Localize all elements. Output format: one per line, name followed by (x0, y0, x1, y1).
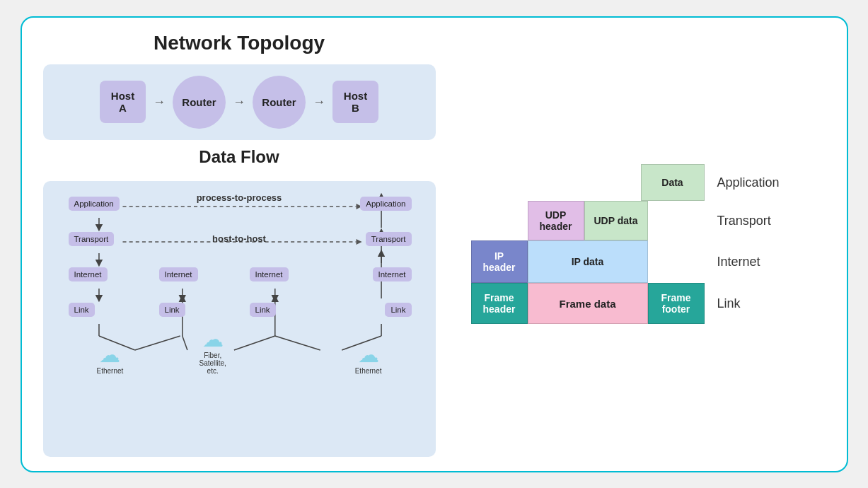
router-2: Router (253, 76, 306, 129)
transport-box-1: Transport (69, 232, 115, 246)
process-to-process-label: process-to-process (197, 192, 282, 203)
link-layer-row: Frame header Frame data Frame footer (471, 283, 705, 324)
arrow-2: → (233, 95, 245, 110)
svg-line-14 (182, 336, 187, 350)
internet-layer-row: IP header IP data (471, 240, 705, 283)
dataflow-box: process-to-process host-to-host Applicat… (43, 181, 436, 457)
router-1: Router (173, 76, 226, 129)
diagram-wrapper: Data UDP header UDP data IP header IP da… (471, 164, 792, 324)
spacer-2 (584, 164, 641, 201)
internet-label: Internet (705, 240, 792, 283)
cloud-fiber: ☁ Fiber, Satellite, etc. (199, 327, 226, 375)
frame-header-cell: Frame header (471, 283, 528, 324)
link-box-1: Link (69, 303, 95, 317)
layer-labels: Application Transport Internet Link (705, 164, 792, 324)
internet-box-3: Internet (250, 267, 289, 281)
svg-line-19 (274, 336, 320, 350)
app-box-1: Application (69, 197, 120, 211)
fiber-label: Fiber, Satellite, etc. (199, 352, 226, 375)
data-cell: Data (641, 164, 705, 201)
right-panel: Data UDP header UDP data IP header IP da… (457, 32, 826, 457)
cloud-ethernet-2: ☁ Ethernet (355, 342, 382, 375)
frame-footer-cell: Frame footer (648, 283, 705, 324)
app-layer-row: Data (471, 164, 705, 201)
svg-marker-3 (356, 239, 361, 245)
ethernet-label-2: Ethernet (355, 367, 382, 375)
link-box-3: Link (250, 303, 276, 317)
svg-line-20 (233, 336, 274, 350)
dataflow-title: Data Flow (43, 147, 436, 167)
main-card: Network Topology HostA → Router → Router… (21, 16, 848, 472)
ip-header-cell: IP header (471, 240, 528, 283)
left-panel: Network Topology HostA → Router → Router… (43, 32, 436, 457)
transport-layer-row: UDP header UDP data (471, 201, 705, 240)
internet-box-2: Internet (159, 267, 198, 281)
cloud-ethernet-1: ☁ Ethernet (97, 342, 124, 375)
app-box-4: Application (360, 197, 411, 211)
host-to-host-label: host-to-host (212, 233, 266, 244)
ethernet-label-1: Ethernet (97, 367, 124, 375)
link-label: Link (705, 283, 792, 324)
topology-box: HostA → Router → Router → HostB (43, 64, 436, 140)
udp-data-cell: UDP data (584, 201, 648, 240)
topology-title: Network Topology (43, 32, 436, 54)
spacer-3 (471, 201, 528, 240)
transport-label: Transport (705, 201, 792, 240)
link-box-2: Link (159, 303, 185, 317)
host-b: HostB (332, 81, 378, 123)
internet-box-1: Internet (69, 267, 108, 281)
svg-line-15 (134, 336, 180, 350)
host-a: HostA (100, 81, 146, 123)
packet-diagram: Data UDP header UDP data IP header IP da… (471, 164, 705, 324)
internet-box-4: Internet (373, 267, 412, 281)
arrow-1: → (153, 95, 166, 110)
frame-data-cell: Frame data (528, 283, 648, 324)
udp-header-cell: UDP header (528, 201, 584, 240)
link-box-4: Link (385, 303, 411, 317)
ip-data-cell: IP data (528, 240, 648, 283)
app-label: Application (705, 164, 792, 201)
transport-box-4: Transport (366, 232, 412, 246)
spacer-1 (528, 164, 584, 201)
arrow-3: → (313, 95, 325, 110)
